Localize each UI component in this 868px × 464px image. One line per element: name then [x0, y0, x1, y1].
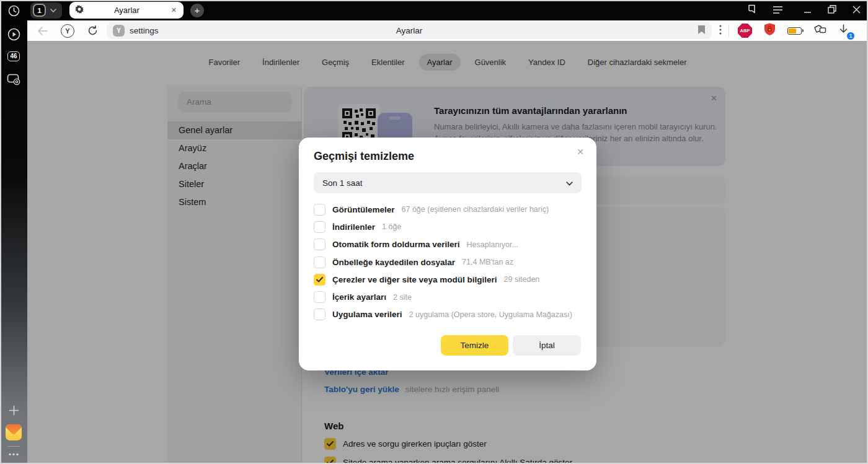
play-sessions-icon[interactable]	[0, 27, 27, 41]
adblock-plus-icon[interactable]: ABP	[738, 24, 752, 38]
screenshot-tab-icon[interactable]	[0, 72, 27, 87]
tab-close-icon[interactable]: ✕	[170, 6, 178, 15]
yandex-account-icon[interactable]: Y	[61, 24, 74, 38]
omnibox-page-title: Ayarlar	[107, 26, 712, 35]
clear-item-form-verileri[interactable]: Otomatik form doldurma verileri Hesaplan…	[314, 236, 582, 253]
downloads-icon[interactable]: 1	[838, 24, 852, 38]
reload-icon[interactable]	[85, 25, 100, 36]
window-close-icon[interactable]	[852, 5, 861, 16]
tab-group-chip[interactable]: 1	[30, 2, 62, 19]
menu-hamburger-icon[interactable]	[773, 5, 782, 16]
url-text: settings	[130, 26, 159, 35]
time-range-value: Son 1 saat	[322, 178, 566, 188]
clear-item-cerezler[interactable]: Çerezler ve diğer site veya modül bilgil…	[314, 271, 582, 288]
checkbox-unchecked-icon	[314, 256, 326, 268]
clear-items-list: Görüntülemeler 67 öğe (eşitlenen cihazla…	[314, 201, 582, 323]
rail-divider	[0, 445, 27, 447]
browser-side-rail: 46	[0, 0, 27, 464]
settings-page: Favoriler İndirilenler Geçmiş Eklentiler…	[27, 41, 868, 464]
rail-more-icon[interactable]	[0, 450, 27, 458]
checkbox-unchecked-icon	[314, 221, 326, 233]
history-icon[interactable]	[0, 4, 27, 17]
tab-bar: 1 Ayarlar ✕ +	[27, 0, 868, 20]
clear-item-indirilenler[interactable]: İndirilenler 1 öğe	[314, 218, 582, 235]
omnibox[interactable]: Y settings Ayarlar	[107, 22, 712, 39]
battery-saver-icon[interactable]	[787, 27, 802, 35]
tab-group-count-badge: 1	[33, 4, 46, 17]
clear-history-dialog: ✕ Geçmişi temizleme Son 1 saat Görüntüle…	[299, 138, 596, 370]
clear-item-uygulama-verileri[interactable]: Uygulama verileri 2 uygulama (Opera stor…	[314, 306, 582, 323]
dialog-title: Geçmişi temizleme	[314, 150, 414, 163]
bookmark-icon[interactable]	[698, 25, 706, 37]
tab-title: Ayarlar	[84, 6, 170, 15]
toolbar-divider	[728, 25, 729, 37]
site-favicon: Y	[113, 25, 125, 37]
tab-groups-icon[interactable]	[813, 24, 826, 37]
rail-add-icon[interactable]	[0, 403, 27, 417]
clear-item-goruntulemeler[interactable]: Görüntülemeler 67 öğe (eşitlenen cihazla…	[314, 201, 582, 218]
downloads-count-badge: 1	[846, 32, 855, 40]
panels-bookmark-icon[interactable]	[746, 4, 757, 17]
clear-button[interactable]: Temizle	[441, 335, 508, 356]
protect-shield-icon[interactable]	[764, 23, 776, 38]
checkbox-unchecked-icon	[314, 291, 326, 303]
omnibox-more-icon[interactable]	[719, 25, 722, 37]
checkbox-unchecked-icon	[314, 204, 326, 216]
clear-item-onbellek[interactable]: Önbelleğe kaydedilen dosyalar 71,4 MB'ta…	[314, 253, 582, 271]
clear-item-icerik-ayarlari[interactable]: İçerik ayarları 2 site	[314, 288, 582, 305]
checkbox-checked-icon	[314, 274, 326, 286]
cancel-button[interactable]: İptal	[513, 335, 581, 356]
chevron-down-icon[interactable]	[46, 9, 61, 12]
chevron-down-icon	[566, 177, 573, 188]
window-minimize-icon[interactable]	[804, 5, 812, 16]
dialog-close-icon[interactable]: ✕	[575, 145, 586, 159]
address-bar: Y Y settings Ayarlar ABP 1	[27, 20, 868, 41]
window-restore-icon[interactable]	[828, 5, 836, 16]
gear-icon	[75, 5, 84, 16]
time-range-select[interactable]: Son 1 saat	[314, 172, 582, 193]
tab-counter-badge[interactable]: 46	[0, 50, 27, 63]
checkbox-unchecked-icon	[314, 239, 326, 250]
checkbox-unchecked-icon	[314, 309, 326, 320]
new-tab-button[interactable]: +	[190, 4, 204, 17]
active-tab[interactable]: Ayarlar ✕	[69, 2, 184, 19]
yandex-mail-app-icon[interactable]	[0, 424, 27, 440]
back-icon[interactable]	[33, 27, 51, 35]
